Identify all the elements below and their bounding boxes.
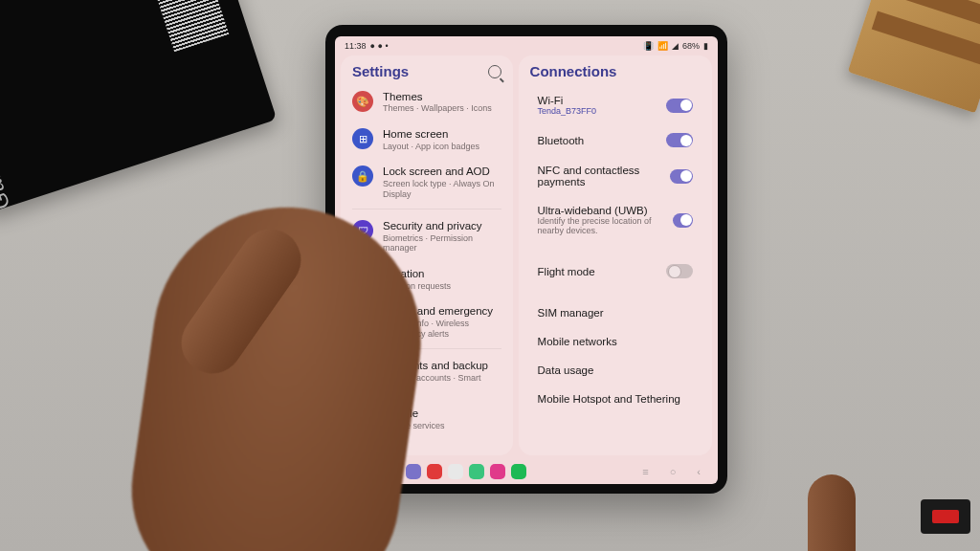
settings-item-lock-screen[interactable]: 🔒 Lock screen and AOD Screen lock type ·… xyxy=(341,158,513,206)
taskbar-app-icon[interactable] xyxy=(448,464,463,479)
settings-item-themes[interactable]: 🎨 Themes Themes · Wallpapers · Icons xyxy=(341,83,513,121)
vibrate-icon: 📳 xyxy=(643,42,654,51)
wifi-icon: 📶 xyxy=(657,42,668,51)
themes-icon: 🎨 xyxy=(352,91,373,112)
connections-row-flight-mode[interactable]: Flight mode xyxy=(524,255,706,287)
settings-item-home-screen[interactable]: ⊞ Home screen Layout · App icon badges xyxy=(341,121,513,158)
taskbar-app-icon[interactable] xyxy=(469,464,484,479)
nav-home-button[interactable]: ○ xyxy=(670,466,677,477)
taskbar-app-icon[interactable] xyxy=(427,464,442,479)
battery-percent: 68% xyxy=(682,41,700,51)
barcode-icon xyxy=(139,0,229,52)
bluetooth-toggle[interactable] xyxy=(666,133,693,147)
connections-title: Connections xyxy=(530,63,617,79)
nav-recent-button[interactable]: ≡ xyxy=(642,466,648,477)
divider xyxy=(352,209,501,209)
product-box-label: Galaxy Z Fold6 xyxy=(0,56,15,212)
connections-row-nfc[interactable]: NFC and contactless payments xyxy=(524,156,706,196)
lock-icon: 🔒 xyxy=(352,165,373,187)
uwb-toggle[interactable] xyxy=(673,213,693,228)
connections-row-hotspot[interactable]: Mobile Hotspot and Tethering xyxy=(524,385,706,413)
connections-panel: Connections Wi-Fi Tenda_B73FF0 Bluetooth xyxy=(519,55,712,455)
taskbar-app-icon[interactable] xyxy=(490,464,505,479)
search-icon[interactable] xyxy=(488,65,501,78)
taskbar-app-icon[interactable] xyxy=(511,464,526,479)
battery-icon: ▮ xyxy=(703,42,708,51)
channel-logo xyxy=(921,499,970,534)
connections-row-data-usage[interactable]: Data usage xyxy=(524,356,706,385)
notification-dots-icon: ● ● • xyxy=(370,42,389,51)
taskbar-app-icon[interactable] xyxy=(406,464,421,479)
status-time: 11:38 xyxy=(345,41,367,51)
connections-row-wifi[interactable]: Wi-Fi Tenda_B73FF0 xyxy=(524,86,706,124)
status-bar: 11:38 ● ● • 📳 📶 ◢ 68% ▮ xyxy=(335,36,718,55)
connections-row-sim-manager[interactable]: SIM manager xyxy=(524,298,706,327)
nav-back-button[interactable]: ‹ xyxy=(697,466,701,477)
finger xyxy=(808,474,856,551)
nfc-toggle[interactable] xyxy=(670,169,693,184)
home-screen-icon: ⊞ xyxy=(352,128,373,149)
connections-row-uwb[interactable]: Ultra-wideband (UWB) Identify the precis… xyxy=(524,196,706,244)
connections-row-mobile-networks[interactable]: Mobile networks xyxy=(524,327,706,356)
wifi-toggle[interactable] xyxy=(666,99,693,113)
signal-icon: ◢ xyxy=(672,42,679,51)
settings-title: Settings xyxy=(352,63,409,79)
flight-mode-toggle[interactable] xyxy=(666,264,693,278)
connections-row-bluetooth[interactable]: Bluetooth xyxy=(524,124,706,156)
